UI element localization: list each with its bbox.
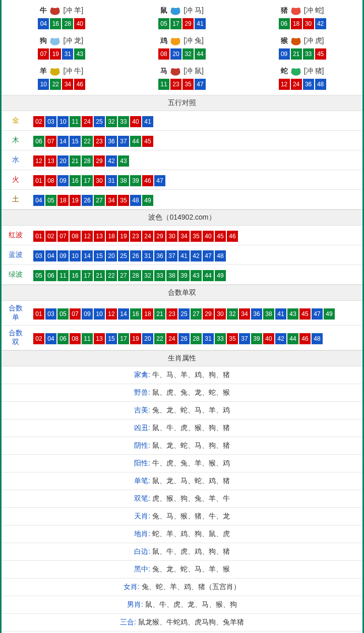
number-chip: 18 [291, 18, 302, 29]
number-chip: 28 [191, 333, 202, 344]
attr-row: 白边:鼠、牛、虎、鸡、狗、猪 [2, 543, 362, 561]
attr-row: 阴性:鼠、龙、蛇、马、狗、猪 [2, 437, 362, 455]
zodiac-clash: [冲 龙] [63, 36, 83, 45]
number-chip: 49 [324, 308, 335, 320]
number-chip: 05 [45, 195, 56, 206]
number-chip: 33 [154, 270, 165, 281]
number-chip: 27 [94, 195, 105, 206]
attr-label: 女肖: [124, 583, 140, 591]
number-chip: 07 [45, 136, 56, 147]
attr-label: 白边: [134, 547, 150, 555]
attr-value: 鼠、龙、马、蛇、鸡、猪 [152, 477, 230, 485]
number-chip: 17 [82, 175, 93, 186]
row-numbers: 04051819262734354849 [29, 190, 362, 209]
number-chip: 11 [158, 79, 169, 90]
number-chip: 41 [178, 250, 190, 261]
monkey-icon [289, 35, 303, 46]
number-chip: 13 [94, 333, 105, 344]
number-chip: 07 [57, 231, 69, 242]
table-row: 火0108091617303138394647 [2, 170, 362, 190]
attr-label: 单笔: [134, 477, 150, 485]
number-chip: 13 [45, 155, 56, 167]
number-chip: 34 [106, 195, 117, 206]
number-chip: 25 [178, 308, 190, 320]
heshu-table: 合数单0103050709101214161821232527293032343… [2, 301, 362, 350]
row-numbers: 0108091617303138394647 [29, 170, 362, 190]
zodiac-clash: [冲 羊] [63, 6, 83, 15]
attr-label: 三合: [120, 618, 136, 626]
number-chip: 43 [287, 308, 298, 320]
svg-point-11 [56, 38, 59, 41]
number-chip: 36 [303, 79, 314, 90]
number-chip: 12 [33, 155, 44, 167]
number-chip: 03 [45, 116, 56, 127]
number-chip: 36 [106, 136, 117, 147]
number-chip: 45 [142, 136, 153, 147]
number-chip: 41 [195, 18, 206, 29]
svg-point-16 [291, 38, 295, 41]
number-chip: 31 [62, 48, 73, 60]
number-chip: 49 [142, 195, 153, 206]
page-container: 牛[冲 羊]04162840鼠[冲 马]05172941猪[冲 蛇]061830… [0, 0, 364, 633]
number-chip: 45 [315, 48, 326, 60]
row-label: 金 [2, 111, 29, 131]
attr-value: 鼠龙猴、牛蛇鸡、虎马狗、兔羊猪 [138, 618, 244, 626]
number-chip: 04 [45, 333, 56, 344]
number-chip: 01 [33, 175, 44, 186]
goat-icon [48, 66, 62, 77]
attr-value: 兔、蛇、羊、鸡、猪（五宫肖） [142, 583, 240, 591]
zodiac-name: 马 [160, 67, 167, 76]
attr-row: 地肖:蛇、羊、鸡、狗、鼠、虎 [2, 525, 362, 543]
number-chip: 30 [303, 18, 314, 29]
zodiac-name: 猪 [281, 6, 288, 15]
number-chip: 38 [166, 270, 177, 281]
attr-row: 阳性:牛、虎、兔、羊、猴、鸡 [2, 455, 362, 472]
number-chip: 20 [170, 48, 181, 60]
svg-point-1 [51, 8, 54, 11]
row-numbers: 05061116172122272832333839434449 [29, 265, 362, 285]
number-chip: 10 [70, 250, 81, 261]
attr-row: 单笔:鼠、龙、马、蛇、鸡、猪 [2, 472, 362, 490]
number-chip: 35 [118, 195, 129, 206]
attr-row: 三合:鼠龙猴、牛蛇鸡、虎马狗、兔羊猪 [2, 614, 362, 631]
number-chip: 07 [70, 308, 81, 320]
number-chip: 08 [70, 333, 81, 344]
number-chip: 23 [130, 231, 141, 242]
number-chip: 49 [215, 270, 226, 281]
rat-icon [168, 5, 183, 16]
attr-row: 男肖:鼠、牛、虎、龙、马、猴、狗 [2, 596, 362, 614]
number-chip: 13 [94, 231, 105, 242]
number-chip: 04 [45, 250, 56, 261]
number-chip: 10 [38, 79, 49, 90]
svg-point-23 [176, 68, 180, 72]
attrs-list: 家禽:牛、马、羊、鸡、狗、猪野兽:鼠、虎、兔、龙、蛇、猴吉美:兔、龙、蛇、马、羊… [2, 366, 362, 633]
number-chip: 12 [82, 231, 93, 242]
row-numbers: 0102070812131819232429303435404546 [29, 226, 362, 245]
number-chip: 22 [50, 79, 61, 90]
svg-point-17 [297, 38, 300, 41]
number-chip: 10 [94, 308, 105, 320]
number-chip: 41 [142, 116, 153, 127]
number-chip: 44 [287, 333, 298, 344]
number-chip: 17 [118, 333, 129, 344]
number-chip: 32 [106, 116, 117, 127]
svg-point-25 [291, 68, 295, 72]
number-chip: 20 [106, 250, 117, 261]
number-chip: 31 [203, 333, 214, 344]
attr-value: 牛、虎、兔、羊、猴、鸡 [152, 459, 230, 467]
table-row: 绿波05061116172122272832333839434449 [2, 265, 362, 285]
attr-label: 凶丑: [134, 424, 150, 432]
number-chip: 35 [227, 333, 238, 344]
number-chip: 44 [203, 270, 214, 281]
number-chip: 28 [82, 155, 93, 167]
table-row: 红波0102070812131819232429303435404546 [2, 226, 362, 245]
number-chip: 26 [178, 333, 190, 344]
number-chip: 30 [166, 231, 177, 242]
number-chip: 19 [50, 48, 61, 60]
row-label: 土 [2, 190, 29, 209]
attr-row: 天肖:兔、马、猴、猪、牛、龙 [2, 508, 362, 525]
number-chip: 25 [118, 250, 129, 261]
svg-point-8 [297, 8, 300, 11]
bose-header: 波色（014902.com） [2, 209, 362, 226]
svg-point-5 [176, 8, 180, 11]
